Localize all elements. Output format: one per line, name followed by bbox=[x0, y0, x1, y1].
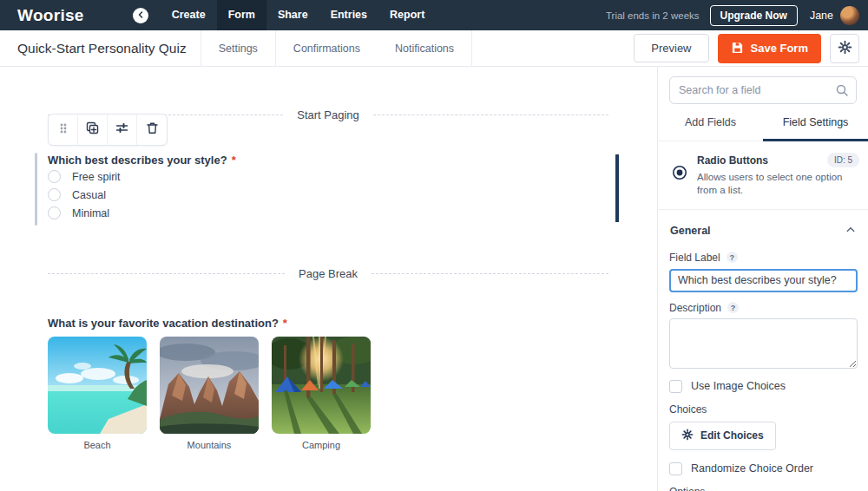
field-label-row: Field Label ? bbox=[669, 252, 857, 264]
option-row: Casual bbox=[48, 188, 121, 201]
field-toolbar bbox=[48, 114, 168, 146]
tab-field-settings[interactable]: Field Settings bbox=[763, 116, 868, 141]
randomize-choice-order-checkbox[interactable] bbox=[669, 462, 682, 475]
image-choice-camping[interactable]: Camping bbox=[272, 337, 371, 450]
dashed-line bbox=[372, 273, 608, 274]
image-choice-beach[interactable]: Beach bbox=[48, 337, 147, 450]
delete-field-button[interactable] bbox=[137, 115, 167, 145]
randomize-row: Randomize Choice Order bbox=[669, 462, 857, 475]
chevron-left-icon bbox=[135, 8, 146, 23]
edit-choices-label: Edit Choices bbox=[700, 429, 764, 442]
general-section-title: General bbox=[670, 225, 711, 237]
edit-choices-button[interactable]: Edit Choices bbox=[669, 422, 776, 450]
use-image-choices-checkbox[interactable] bbox=[669, 380, 682, 393]
nav-item-report[interactable]: Report bbox=[378, 0, 436, 30]
formbar-actions: Preview Save Form bbox=[634, 34, 859, 63]
user-avatar[interactable] bbox=[840, 6, 859, 25]
save-form-label: Save Form bbox=[751, 42, 808, 55]
radio-input[interactable] bbox=[48, 188, 61, 201]
camping-image bbox=[272, 337, 371, 434]
nav-item-share[interactable]: Share bbox=[266, 0, 319, 30]
dashed-line bbox=[48, 273, 285, 274]
save-form-button[interactable]: Save Form bbox=[718, 34, 821, 63]
description-textarea[interactable] bbox=[669, 318, 858, 369]
image-choice-caption: Mountains bbox=[160, 440, 259, 450]
use-image-choices-label: Use Image Choices bbox=[691, 380, 786, 392]
option-row: Free spirit bbox=[48, 170, 121, 183]
sliders-icon bbox=[115, 121, 129, 139]
page-break-label: Page Break bbox=[285, 267, 372, 280]
field-label-input[interactable] bbox=[669, 269, 858, 292]
question-2-label[interactable]: What is your favorite vacation destinati… bbox=[48, 317, 287, 330]
radio-input[interactable] bbox=[48, 170, 61, 183]
search-input[interactable] bbox=[669, 76, 857, 104]
description-label: Description bbox=[669, 302, 721, 314]
use-image-choices-row: Use Image Choices bbox=[669, 380, 857, 393]
trash-icon bbox=[145, 121, 160, 139]
preview-button[interactable]: Preview bbox=[634, 34, 708, 62]
field-selection-bar bbox=[35, 153, 37, 226]
chevron-up-icon bbox=[845, 223, 856, 239]
form-settings-button[interactable] bbox=[830, 34, 859, 63]
selected-field-indicator bbox=[615, 154, 619, 222]
help-icon[interactable]: ? bbox=[727, 252, 738, 263]
drag-dots-icon bbox=[57, 121, 69, 139]
field-info-text: Radio Buttons ID: 5 Allows users to sele… bbox=[697, 153, 859, 197]
radio-buttons-icon bbox=[672, 165, 687, 184]
main-area: Start Paging bbox=[0, 67, 868, 491]
nav-item-create[interactable]: Create bbox=[161, 0, 217, 30]
upgrade-now-button[interactable]: Upgrade Now bbox=[710, 5, 798, 26]
duplicate-icon bbox=[85, 121, 100, 139]
field-settings-button[interactable] bbox=[108, 115, 137, 145]
tab-add-fields[interactable]: Add Fields bbox=[658, 116, 763, 141]
nav-item-entries[interactable]: Entries bbox=[319, 0, 378, 30]
back-button[interactable] bbox=[133, 8, 148, 23]
top-nav-menu: Create Form Share Entries Report bbox=[161, 0, 437, 30]
user-name-label[interactable]: Jane bbox=[810, 10, 833, 22]
option-label: Casual bbox=[72, 189, 106, 201]
gear-icon bbox=[838, 40, 852, 57]
option-label: Free spirit bbox=[72, 171, 121, 183]
help-icon[interactable]: ? bbox=[727, 302, 739, 313]
topnav-right-group: Trial ends in 2 weeks Upgrade Now Jane bbox=[606, 5, 859, 26]
page-break-divider: Page Break bbox=[48, 266, 608, 280]
image-choice-caption: Camping bbox=[272, 440, 371, 450]
required-asterisk: * bbox=[283, 317, 287, 330]
nav-item-form[interactable]: Form bbox=[217, 0, 266, 30]
image-choice-mountains[interactable]: Mountains bbox=[160, 337, 259, 450]
divider bbox=[471, 30, 472, 67]
field-type-name: Radio Buttons bbox=[697, 154, 768, 167]
top-navbar: Woorise Create Form Share Entries Report… bbox=[0, 0, 868, 30]
sidebar-tabs: Add Fields Field Settings bbox=[658, 116, 868, 141]
woorise-logo[interactable]: Woorise bbox=[17, 6, 84, 25]
tab-notifications[interactable]: Notifications bbox=[378, 30, 471, 67]
tab-confirmations[interactable]: Confirmations bbox=[276, 30, 378, 67]
selected-field-info: Radio Buttons ID: 5 Allows users to sele… bbox=[658, 141, 868, 210]
radio-input[interactable] bbox=[48, 206, 61, 219]
question-1-options: Free spirit Casual Minimal bbox=[48, 170, 121, 225]
app-window: Woorise Create Form Share Entries Report… bbox=[0, 0, 868, 491]
field-type-description: Allows users to select one option from a… bbox=[697, 171, 849, 197]
tab-settings[interactable]: Settings bbox=[201, 30, 275, 67]
description-row: Description ? bbox=[669, 302, 857, 314]
field-label-label: Field Label bbox=[669, 252, 720, 264]
beach-image bbox=[48, 337, 147, 434]
question-1-label[interactable]: Which best describes your style?* bbox=[48, 154, 236, 167]
general-section-header[interactable]: General bbox=[658, 210, 868, 250]
duplicate-field-button[interactable] bbox=[78, 115, 108, 145]
start-paging-label: Start Paging bbox=[283, 108, 373, 121]
search-icon bbox=[835, 83, 849, 101]
question-2-text: What is your favorite vacation destinati… bbox=[48, 317, 279, 330]
gear-icon bbox=[681, 429, 694, 443]
settings-sidebar: Add Fields Field Settings Radio Buttons … bbox=[657, 67, 868, 491]
field-search bbox=[669, 76, 857, 104]
required-asterisk: * bbox=[232, 154, 236, 167]
question-1-text: Which best describes your style? bbox=[48, 154, 227, 167]
form-title: Quick-Start Personality Quiz bbox=[17, 41, 187, 56]
drag-handle[interactable] bbox=[49, 115, 78, 145]
image-choice-caption: Beach bbox=[48, 440, 147, 450]
form-header-bar: Quick-Start Personality Quiz Settings Co… bbox=[0, 30, 868, 67]
save-floppy-icon bbox=[731, 41, 744, 56]
choices-label: Choices bbox=[669, 403, 857, 416]
options-label: Options bbox=[669, 486, 857, 491]
